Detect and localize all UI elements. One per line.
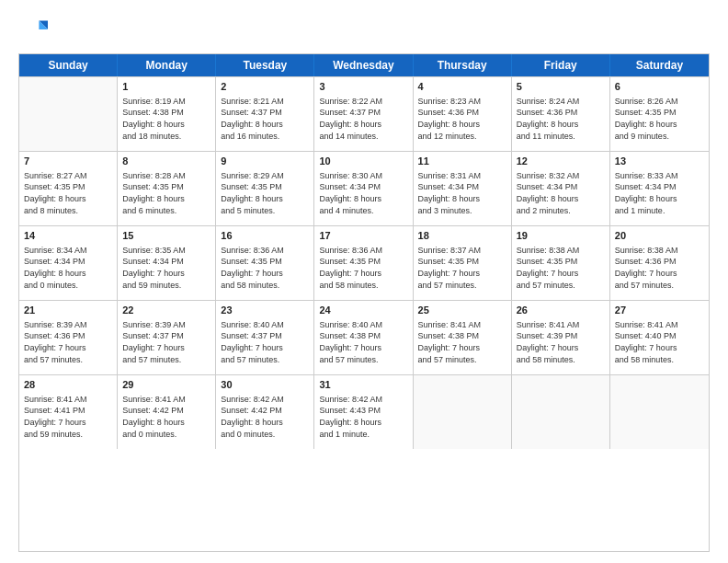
calendar-cell: 22Sunrise: 8:39 AM Sunset: 4:37 PM Dayli…	[118, 301, 216, 374]
day-number: 1	[122, 80, 210, 94]
cell-info: Sunrise: 8:41 AM Sunset: 4:42 PM Dayligh…	[122, 394, 210, 440]
day-number: 30	[221, 378, 309, 392]
calendar-cell: 10Sunrise: 8:30 AM Sunset: 4:34 PM Dayli…	[314, 152, 413, 225]
cell-info: Sunrise: 8:38 AM Sunset: 4:36 PM Dayligh…	[615, 245, 704, 291]
cell-info: Sunrise: 8:22 AM Sunset: 4:37 PM Dayligh…	[319, 96, 407, 142]
calendar-cell: 11Sunrise: 8:31 AM Sunset: 4:34 PM Dayli…	[414, 152, 512, 225]
day-number: 26	[517, 304, 605, 317]
day-number: 10	[319, 155, 407, 168]
cell-info: Sunrise: 8:39 AM Sunset: 4:37 PM Dayligh…	[122, 319, 210, 365]
calendar-cell: 27Sunrise: 8:41 AM Sunset: 4:40 PM Dayli…	[610, 301, 709, 374]
logo	[18, 15, 51, 44]
cell-info: Sunrise: 8:41 AM Sunset: 4:41 PM Dayligh…	[24, 394, 112, 440]
cell-info: Sunrise: 8:19 AM Sunset: 4:38 PM Dayligh…	[122, 96, 210, 142]
day-number: 8	[122, 155, 210, 168]
cell-info: Sunrise: 8:27 AM Sunset: 4:35 PM Dayligh…	[24, 170, 112, 216]
calendar-cell: 9Sunrise: 8:29 AM Sunset: 4:35 PM Daylig…	[216, 152, 314, 225]
calendar-cell: 12Sunrise: 8:32 AM Sunset: 4:34 PM Dayli…	[512, 152, 610, 225]
calendar-week-row: 28Sunrise: 8:41 AM Sunset: 4:41 PM Dayli…	[19, 374, 709, 449]
cell-info: Sunrise: 8:41 AM Sunset: 4:38 PM Dayligh…	[418, 319, 506, 365]
day-number: 6	[615, 80, 704, 94]
day-number: 11	[418, 155, 506, 168]
cell-info: Sunrise: 8:31 AM Sunset: 4:34 PM Dayligh…	[418, 170, 506, 216]
calendar-cell: 1Sunrise: 8:19 AM Sunset: 4:38 PM Daylig…	[118, 77, 216, 151]
calendar-cell: 19Sunrise: 8:38 AM Sunset: 4:35 PM Dayli…	[512, 226, 610, 300]
day-number: 29	[122, 378, 210, 392]
cell-info: Sunrise: 8:39 AM Sunset: 4:36 PM Dayligh…	[24, 319, 112, 365]
calendar-cell: 28Sunrise: 8:41 AM Sunset: 4:41 PM Dayli…	[19, 375, 118, 449]
calendar-cell	[512, 375, 610, 449]
day-number: 14	[24, 229, 112, 243]
calendar-header-cell: Wednesday	[314, 54, 413, 76]
calendar-cell: 14Sunrise: 8:34 AM Sunset: 4:34 PM Dayli…	[19, 226, 118, 300]
calendar-week-row: 1Sunrise: 8:19 AM Sunset: 4:38 PM Daylig…	[19, 76, 709, 151]
cell-info: Sunrise: 8:30 AM Sunset: 4:34 PM Dayligh…	[319, 170, 407, 216]
logo-icon	[18, 15, 48, 44]
calendar-cell: 6Sunrise: 8:26 AM Sunset: 4:35 PM Daylig…	[610, 77, 709, 151]
cell-info: Sunrise: 8:37 AM Sunset: 4:35 PM Dayligh…	[418, 245, 506, 291]
cell-info: Sunrise: 8:34 AM Sunset: 4:34 PM Dayligh…	[24, 245, 112, 291]
day-number: 7	[24, 155, 112, 168]
calendar-cell: 3Sunrise: 8:22 AM Sunset: 4:37 PM Daylig…	[314, 77, 413, 151]
cell-info: Sunrise: 8:42 AM Sunset: 4:42 PM Dayligh…	[221, 394, 309, 440]
calendar-cell: 25Sunrise: 8:41 AM Sunset: 4:38 PM Dayli…	[414, 301, 512, 374]
calendar-body: 1Sunrise: 8:19 AM Sunset: 4:38 PM Daylig…	[19, 76, 709, 449]
day-number: 4	[418, 80, 506, 94]
cell-info: Sunrise: 8:29 AM Sunset: 4:35 PM Dayligh…	[221, 170, 309, 216]
day-number: 5	[517, 80, 605, 94]
day-number: 19	[517, 229, 605, 243]
calendar-cell: 30Sunrise: 8:42 AM Sunset: 4:42 PM Dayli…	[216, 375, 314, 449]
day-number: 17	[319, 229, 407, 243]
calendar-cell: 5Sunrise: 8:24 AM Sunset: 4:36 PM Daylig…	[512, 77, 610, 151]
calendar-cell: 15Sunrise: 8:35 AM Sunset: 4:34 PM Dayli…	[118, 226, 216, 300]
day-number: 15	[122, 229, 210, 243]
calendar-header-cell: Monday	[118, 54, 216, 76]
cell-info: Sunrise: 8:36 AM Sunset: 4:35 PM Dayligh…	[221, 245, 309, 291]
calendar-cell	[19, 77, 118, 151]
cell-info: Sunrise: 8:40 AM Sunset: 4:37 PM Dayligh…	[221, 319, 309, 365]
page: SundayMondayTuesdayWednesdayThursdayFrid…	[0, 0, 728, 563]
cell-info: Sunrise: 8:32 AM Sunset: 4:34 PM Dayligh…	[517, 170, 605, 216]
cell-info: Sunrise: 8:23 AM Sunset: 4:36 PM Dayligh…	[418, 96, 506, 142]
calendar-header-cell: Friday	[512, 54, 610, 76]
cell-info: Sunrise: 8:21 AM Sunset: 4:37 PM Dayligh…	[221, 96, 309, 142]
calendar: SundayMondayTuesdayWednesdayThursdayFrid…	[18, 53, 710, 552]
calendar-cell: 26Sunrise: 8:41 AM Sunset: 4:39 PM Dayli…	[512, 301, 610, 374]
calendar-cell: 17Sunrise: 8:36 AM Sunset: 4:35 PM Dayli…	[314, 226, 413, 300]
cell-info: Sunrise: 8:24 AM Sunset: 4:36 PM Dayligh…	[517, 96, 605, 142]
calendar-cell: 4Sunrise: 8:23 AM Sunset: 4:36 PM Daylig…	[414, 77, 512, 151]
calendar-header-row: SundayMondayTuesdayWednesdayThursdayFrid…	[19, 54, 709, 76]
cell-info: Sunrise: 8:35 AM Sunset: 4:34 PM Dayligh…	[122, 245, 210, 291]
cell-info: Sunrise: 8:26 AM Sunset: 4:35 PM Dayligh…	[615, 96, 704, 142]
calendar-cell	[610, 375, 709, 449]
cell-info: Sunrise: 8:36 AM Sunset: 4:35 PM Dayligh…	[319, 245, 407, 291]
day-number: 23	[221, 304, 309, 317]
day-number: 13	[615, 155, 704, 168]
calendar-cell: 2Sunrise: 8:21 AM Sunset: 4:37 PM Daylig…	[216, 77, 314, 151]
calendar-header-cell: Thursday	[414, 54, 512, 76]
header	[18, 15, 710, 44]
calendar-cell: 21Sunrise: 8:39 AM Sunset: 4:36 PM Dayli…	[19, 301, 118, 374]
calendar-header-cell: Saturday	[610, 54, 709, 76]
calendar-week-row: 7Sunrise: 8:27 AM Sunset: 4:35 PM Daylig…	[19, 151, 709, 225]
calendar-cell: 24Sunrise: 8:40 AM Sunset: 4:38 PM Dayli…	[314, 301, 413, 374]
calendar-cell: 16Sunrise: 8:36 AM Sunset: 4:35 PM Dayli…	[216, 226, 314, 300]
calendar-cell: 7Sunrise: 8:27 AM Sunset: 4:35 PM Daylig…	[19, 152, 118, 225]
day-number: 21	[24, 304, 112, 317]
cell-info: Sunrise: 8:38 AM Sunset: 4:35 PM Dayligh…	[517, 245, 605, 291]
day-number: 31	[319, 378, 407, 392]
day-number: 28	[24, 378, 112, 392]
day-number: 12	[517, 155, 605, 168]
day-number: 18	[418, 229, 506, 243]
day-number: 27	[615, 304, 704, 317]
day-number: 3	[319, 80, 407, 94]
calendar-cell: 13Sunrise: 8:33 AM Sunset: 4:34 PM Dayli…	[610, 152, 709, 225]
day-number: 20	[615, 229, 704, 243]
calendar-cell: 8Sunrise: 8:28 AM Sunset: 4:35 PM Daylig…	[118, 152, 216, 225]
cell-info: Sunrise: 8:41 AM Sunset: 4:40 PM Dayligh…	[615, 319, 704, 365]
day-number: 25	[418, 304, 506, 317]
cell-info: Sunrise: 8:42 AM Sunset: 4:43 PM Dayligh…	[319, 394, 407, 440]
cell-info: Sunrise: 8:33 AM Sunset: 4:34 PM Dayligh…	[615, 170, 704, 216]
calendar-cell: 18Sunrise: 8:37 AM Sunset: 4:35 PM Dayli…	[414, 226, 512, 300]
calendar-header-cell: Sunday	[19, 54, 118, 76]
